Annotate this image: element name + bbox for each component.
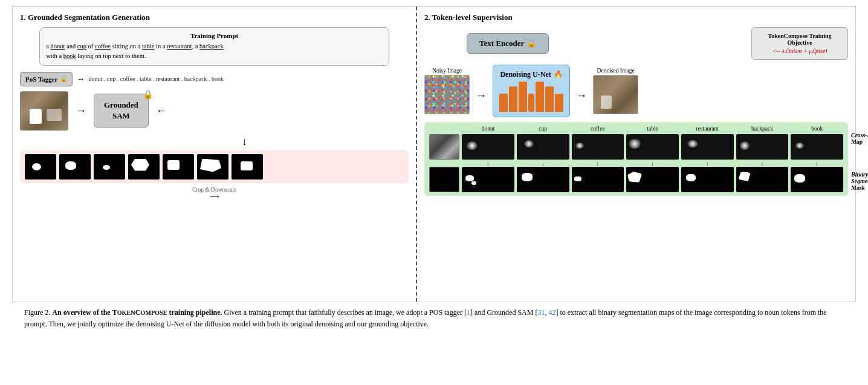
seg-mask-2 — [59, 154, 91, 180]
denoised-image-label: Denoised Image — [597, 68, 635, 74]
main-container: 1. Grounded Segmentation Generation Trai… — [0, 0, 868, 341]
arrow-from-unet: → — [576, 89, 587, 102]
attn-map-7 — [791, 134, 843, 160]
attn-map-row — [429, 134, 843, 160]
bin-mask-row — [429, 167, 843, 192]
bin-blob-2 — [522, 173, 533, 181]
diagram-area: 1. Grounded Segmentation Generation Trai… — [12, 6, 856, 302]
right-section-title: 2. Token-level Supervision — [424, 13, 848, 22]
cross-attention-label: Cross-AttentionMap — [851, 132, 868, 145]
prompt-text: a donut and cup of coffee sitting on a t… — [46, 42, 383, 61]
grounded-sam-box: Grounded SAM 🔒 — [94, 94, 149, 128]
denoised-image — [593, 75, 638, 114]
arrow-cell-1: ↓ — [462, 160, 514, 167]
bin-blob-1 — [465, 175, 474, 181]
arrow-cell-4: ↓ — [626, 160, 679, 167]
crop-downscale-arrow: ⟶ — [20, 193, 409, 201]
noun-donut: donut — [50, 43, 65, 50]
noun-coffee: coffee — [95, 43, 111, 50]
pos-arrow: → — [76, 74, 85, 84]
token-col-coffee: coffee — [572, 126, 624, 132]
noun-restaurant: restaurant — [167, 43, 192, 50]
bin-blob-3 — [574, 176, 581, 181]
attn-map-4 — [626, 134, 679, 160]
noun-cup: cup — [77, 43, 86, 50]
bin-blob-7 — [794, 174, 805, 183]
pos-tagger-row: PoS Tagger 🔒 → donut . cup . coffee . ta… — [20, 72, 409, 86]
caption-bold2: training pipeline. — [167, 308, 222, 317]
bin-mask-5 — [681, 167, 734, 192]
left-section-title: 1. Grounded Segmentation Generation — [20, 13, 409, 22]
noun-book: book — [63, 53, 76, 59]
left-arrow-from-sam: ← — [156, 105, 167, 117]
crop-downscale-label: Crop & Downscale — [20, 187, 409, 193]
caption-small-caps: TOKENCOMPOSE — [112, 308, 167, 317]
unet-bar-2 — [509, 86, 517, 112]
token-col-restaurant: restaurant — [681, 126, 734, 132]
seg-mask-7 — [232, 154, 263, 180]
arrows-row: ↓ ↓ ↓ ↓ ↓ ↓ ↓ — [429, 160, 843, 167]
unet-bar-5 — [545, 86, 554, 112]
attn-map-1 — [462, 134, 514, 160]
token-col-backpack: backpack — [736, 126, 789, 132]
denoising-row: Noisy Image → Denoising U-Net 🔥 — [424, 65, 848, 117]
token-header-row: donut cup coffee table restaurant backpa… — [429, 126, 843, 132]
attn-blob-3 — [575, 143, 584, 149]
noun-tokens-output: donut . cup . coffee . table . restauran… — [88, 76, 224, 82]
noisy-image-box: Noisy Image — [424, 68, 470, 114]
token-compose-formula: <-- λℒtoken + γℒpixel — [758, 48, 841, 54]
bin-blob-5 — [686, 174, 696, 181]
seg-masks-row — [20, 150, 409, 183]
bin-blob-1b — [471, 181, 476, 185]
unet-bar-mid — [528, 94, 534, 112]
seg-mask-6 — [197, 154, 228, 180]
grounded-sam-label2: SAM — [112, 111, 130, 121]
attn-map-5 — [681, 134, 734, 160]
noun-backpack: backpack — [199, 43, 224, 50]
unet-bar-4 — [536, 82, 544, 112]
training-prompt-box: Training Prompt a donut and cup of coffe… — [39, 27, 389, 66]
unet-bar-1 — [499, 94, 508, 112]
attn-blob-6 — [740, 141, 750, 150]
arrow-cell-2: ↓ — [517, 160, 569, 167]
caption-figure-num: Figure 2. — [24, 308, 50, 317]
attn-map-3 — [572, 134, 624, 160]
pos-tagger-label: PoS Tagger — [25, 76, 57, 83]
pos-tagger-box: PoS Tagger 🔒 — [20, 72, 73, 86]
left-panel: 1. Grounded Segmentation Generation Trai… — [13, 7, 417, 302]
noisy-image — [424, 75, 470, 114]
scene-image — [20, 91, 68, 131]
bin-mask-4 — [626, 167, 679, 192]
binary-seg-label-text: BinarySegmentationMask — [851, 171, 868, 191]
attn-map-6 — [736, 134, 789, 160]
unet-bar-6 — [555, 94, 563, 112]
fire-icon: 🔥 — [554, 70, 563, 79]
token-col-table: table — [626, 126, 679, 132]
lock-icon-text-encoder: 🔒 — [526, 39, 536, 48]
binary-seg-label: BinarySegmentationMask — [851, 171, 868, 191]
bin-blob-4 — [627, 172, 642, 183]
token-grid-area: donut cup coffee table restaurant backpa… — [424, 122, 848, 196]
attn-blob-1 — [467, 141, 478, 150]
arrow-cell-6: ↓ — [736, 160, 789, 167]
arrow-cell-3: ↓ — [572, 160, 624, 167]
bin-mask-3 — [572, 167, 624, 192]
attn-blob-2 — [524, 140, 534, 147]
middle-row: → Grounded SAM 🔒 ← — [20, 91, 409, 131]
down-arrow-sam: ↓ — [80, 135, 409, 148]
noun-table: table — [142, 43, 154, 50]
right-panel: 2. Token-level Supervision Text Encoder … — [417, 7, 855, 302]
unet-label: Denoising U-Net — [500, 70, 551, 79]
arrow-cell-5: ↓ — [681, 160, 734, 167]
bin-mask-1 — [462, 167, 514, 192]
unet-bar-3 — [519, 82, 527, 112]
attn-blob-7 — [795, 143, 804, 149]
token-col-cup: cup — [517, 126, 569, 132]
seg-mask-5 — [163, 154, 194, 180]
arrow-cell-7: ↓ — [791, 160, 843, 167]
bin-mask-2 — [517, 167, 569, 192]
attn-map-2 — [517, 134, 569, 160]
text-encoder-label: Text Encoder — [479, 39, 524, 48]
scene-image-inner — [21, 92, 68, 130]
text-encoder-box: Text Encoder 🔒 — [467, 33, 549, 54]
